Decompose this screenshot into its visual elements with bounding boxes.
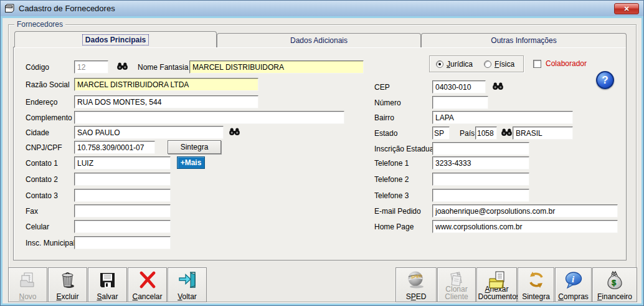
clone-sheets-icon — [438, 270, 475, 289]
telefone2-field[interactable] — [432, 173, 529, 186]
nome-fantasia-field[interactable] — [189, 60, 364, 74]
email-pedido-label: E-mail Pedido — [374, 207, 421, 216]
attach-documents-folder-icon — [477, 270, 516, 289]
pais-code-field[interactable] — [475, 127, 497, 140]
contato2-field[interactable] — [74, 173, 171, 186]
cep-search-binoculars-icon[interactable] — [492, 82, 504, 93]
trash-icon — [49, 270, 87, 289]
pais-search-binoculars-icon[interactable] — [501, 128, 513, 139]
red-x-icon — [128, 270, 166, 289]
nome-fantasia-label: Nome Fantasia — [138, 63, 188, 72]
estado-field[interactable] — [432, 127, 450, 140]
radio-fisica-circle — [484, 60, 491, 68]
pais-name-field[interactable] — [513, 127, 573, 140]
sintegra-lookup-button[interactable]: Sintegra — [168, 140, 221, 154]
razao-social-field[interactable] — [74, 78, 258, 91]
celular-field[interactable] — [74, 220, 171, 233]
salvar-button[interactable]: Salvar — [88, 267, 127, 302]
money-bag-icon: $ — [593, 270, 637, 289]
financeiro-button-label: Financeiro — [597, 293, 632, 300]
voltar-button[interactable]: Voltar — [168, 267, 207, 302]
cnpj-cpf-field[interactable] — [74, 141, 155, 154]
salvar-button-label: Salvar — [97, 293, 118, 300]
radio-juridica[interactable]: Jurídica — [436, 60, 473, 69]
tab-label: Outras Informações — [491, 36, 556, 45]
cep-field[interactable] — [432, 80, 486, 93]
colaborador-checkbox-box — [533, 60, 541, 68]
sped-button[interactable]: SPED SPED — [395, 267, 437, 302]
tab-dados-adicionais[interactable]: Dados Adicionais — [217, 33, 421, 47]
window-form-icon — [4, 4, 15, 13]
contato3-field[interactable] — [74, 189, 171, 202]
codigo-field[interactable] — [74, 60, 108, 74]
svg-text:$: $ — [612, 278, 617, 287]
compras-button-label: Compras — [558, 293, 589, 300]
fax-label: Fax — [26, 207, 38, 216]
contato1-label: Contato 1 — [26, 159, 58, 168]
cidade-label: Cidade — [26, 128, 49, 137]
floppy-disk-icon — [88, 270, 126, 289]
numero-field[interactable] — [432, 96, 488, 109]
groupbox-caption: Fornecedores — [14, 20, 65, 29]
telefone1-field[interactable] — [432, 156, 529, 170]
insc-municipal-field[interactable] — [74, 236, 171, 249]
app-window: Cadastro de Fornecedores ✕ Fornecedores … — [0, 0, 644, 306]
sintegra-button-label: Sintegra — [522, 293, 550, 300]
pais-label: País — [460, 129, 475, 138]
cancelar-button-label: Cancelar — [132, 293, 162, 300]
radio-fisica[interactable]: Física — [484, 60, 514, 69]
telefone3-field[interactable] — [432, 189, 529, 202]
razao-social-label: Razão Social — [26, 80, 70, 89]
person-type-radio-group: Jurídica Física — [429, 55, 524, 72]
anexar-documentos-button[interactable]: Anexar Documentos — [476, 267, 517, 302]
endereco-field[interactable] — [74, 95, 258, 108]
contato1-field[interactable] — [74, 156, 171, 170]
home-page-field[interactable] — [432, 220, 618, 233]
voltar-button-label: Voltar — [178, 293, 197, 300]
fax-field[interactable] — [74, 204, 171, 218]
sintegra-button[interactable]: Sintegra — [518, 267, 554, 302]
bairro-field[interactable] — [432, 111, 573, 124]
cidade-search-binoculars-icon[interactable] — [229, 127, 240, 138]
endereco-label: Endereço — [26, 98, 57, 107]
numero-label: Número — [374, 98, 401, 107]
novo-button: Novo — [8, 267, 47, 302]
estado-label: Estado — [374, 129, 397, 138]
complemento-label: Complemento — [26, 113, 72, 122]
tab-label: Dados Adicionais — [290, 36, 348, 45]
codigo-label: Código — [26, 63, 49, 72]
tab-outras-informacoes[interactable]: Outras Informações — [421, 33, 627, 47]
colaborador-checkbox[interactable]: Colaborador — [533, 59, 587, 68]
celular-label: Celular — [26, 222, 49, 231]
exit-door-icon — [168, 270, 206, 289]
complemento-field[interactable] — [74, 111, 344, 124]
compras-button[interactable]: i Compras — [555, 267, 592, 302]
sync-arrows-icon — [518, 270, 554, 289]
telefone2-label: Telefone 2 — [374, 175, 409, 184]
window-title: Cadastro de Fornecedores — [19, 4, 115, 13]
insc-municipal-label: Insc. Municipal — [26, 239, 75, 247]
inscricao-estadual-field[interactable] — [432, 142, 529, 155]
cep-label: CEP — [374, 83, 390, 92]
radio-fisica-label: Física — [495, 60, 514, 69]
excluir-button[interactable]: Excluir — [48, 267, 87, 302]
codigo-search-binoculars-icon[interactable] — [116, 62, 128, 73]
sped-button-label: SPED — [406, 293, 427, 300]
help-button[interactable]: ? — [596, 71, 614, 89]
sped-globe-icon: SPED — [396, 270, 436, 289]
mais-contatos-button[interactable]: +Mais — [177, 156, 205, 169]
tab-dados-principais[interactable]: Dados Principais — [14, 31, 217, 47]
email-pedido-field[interactable] — [432, 204, 618, 218]
contato3-label: Contato 3 — [26, 191, 58, 200]
cancelar-button[interactable]: Cancelar — [128, 267, 167, 302]
telefone3-label: Telefone 3 — [374, 191, 409, 200]
cnpj-cpf-label: CNPJ/CPF — [26, 143, 62, 152]
home-page-label: Home Page — [374, 222, 414, 231]
cidade-field[interactable] — [74, 126, 224, 139]
financeiro-button[interactable]: $ Financeiro — [592, 267, 637, 302]
clonar-cliente-button: Clonar Cliente — [437, 267, 476, 302]
radio-juridica-circle — [436, 60, 443, 68]
info-bubble-icon: i — [556, 270, 591, 289]
novo-button-label: Novo — [19, 293, 36, 300]
close-button[interactable]: ✕ — [614, 3, 639, 14]
